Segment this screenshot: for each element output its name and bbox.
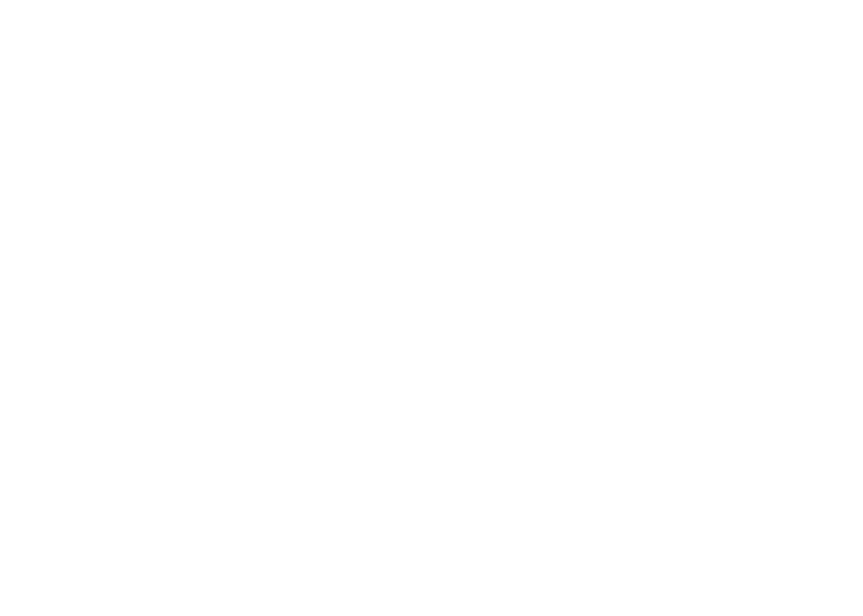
- pairs-plot: [0, 0, 863, 616]
